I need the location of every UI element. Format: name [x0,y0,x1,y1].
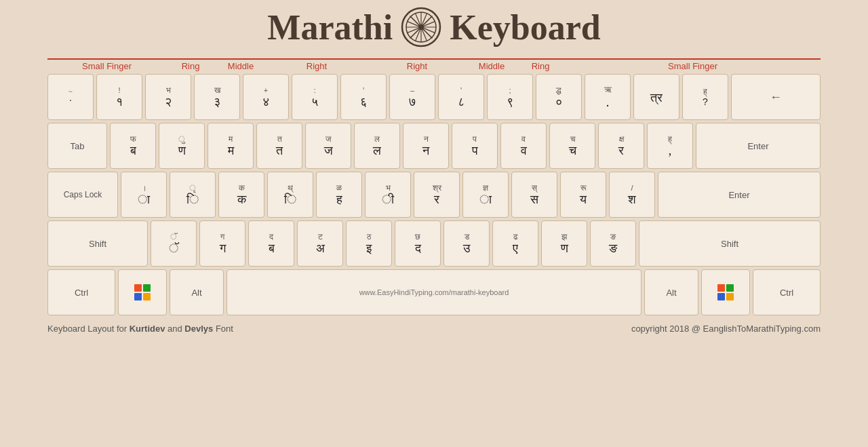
key-7[interactable]: – ७ [389,74,435,120]
ashoka-wheel-icon [401,7,441,47]
key-q[interactable]: फ ब [110,123,156,169]
key-z[interactable]: ॅ ॅ [151,220,197,267]
key-6[interactable]: ' ६ [340,74,387,120]
key-2[interactable]: भ २ [145,74,191,120]
row-shift: Shift ॅ ॅ ग ग द ब ट अ ठ इ छ [47,220,821,267]
key-u[interactable]: न न [403,123,449,169]
footer-right: copyright 2018 @ EanglishToMarathiTyping… [631,324,821,334]
key-s[interactable]: ृ ि [170,172,216,218]
title-marathi: Marathi [267,7,393,47]
key-ctrl-left[interactable]: Ctrl [47,269,115,315]
key-enter-r[interactable]: Enter [658,172,821,218]
key-8[interactable]: ' ८ [438,74,484,120]
key-l[interactable]: स् स [511,172,557,218]
key-o[interactable]: व व [500,123,547,169]
key-y[interactable]: ल ल [354,123,400,169]
key-e[interactable]: म म [208,123,254,169]
key-alt-left[interactable]: Alt [170,269,224,315]
key-g[interactable]: ळ ह [316,172,362,218]
row-tab: Tab फ ब ु ण म म त त ज ज ल [47,123,821,169]
key-bracket-open[interactable]: क्ष र [598,123,644,169]
finger-label-ring-r: Ring [516,58,565,71]
key-i[interactable]: प प [452,123,498,169]
key-1[interactable]: ! १ [96,74,142,120]
finger-label-right-r: Right [367,58,467,71]
footer: Keyboard Layout for Kurtidev and Devlys … [47,324,821,334]
key-equals[interactable]: त्र [633,74,679,120]
key-minus[interactable]: ऋ . [585,74,631,120]
key-slash[interactable]: ङ ङ [590,220,636,267]
key-period[interactable]: झ ण [541,220,587,267]
finger-label-small-finger-l: Small Finger [47,58,166,71]
windows-icon-right [717,284,734,300]
footer-font2: Devlys [184,324,213,334]
finger-label-right-l: Right [267,58,367,71]
title-area: Marathi Keyboard [267,7,600,47]
row-number: ~ · ! १ भ २ ख ३ + ४ : ५ [47,74,821,120]
key-d[interactable]: क क [218,172,264,218]
key-backspace[interactable]: ← [731,74,821,120]
key-k[interactable]: ज्ञ ा [462,172,509,218]
finger-label-middle-r: Middle [467,58,516,71]
key-m[interactable]: ड उ [443,220,490,267]
finger-labels: Small Finger Ring Middle Right Right Mid… [47,58,821,71]
key-9[interactable]: ; ९ [487,74,533,120]
key-p[interactable]: च च [549,123,595,169]
key-tab[interactable]: Tab [47,123,107,169]
key-win-right[interactable] [701,269,750,315]
footer-left: Keyboard Layout for Kurtidev and Devlys … [47,324,233,334]
key-5[interactable]: : ५ [292,74,338,120]
key-v[interactable]: ट अ [297,220,343,267]
key-0[interactable]: द्ध ० [536,74,582,120]
key-t[interactable]: ज ज [305,123,351,169]
keyboard: ~ · ! १ भ २ ख ३ + ४ : ५ [47,74,821,318]
key-x[interactable]: ग ग [199,220,245,267]
key-r[interactable]: त त [256,123,302,169]
key-backslash-top[interactable]: ह् ? [682,74,728,120]
key-enter[interactable]: Enter [696,123,821,169]
key-shift-right[interactable]: Shift [639,220,821,267]
key-c[interactable]: द ब [248,220,294,267]
key-bracket-close[interactable]: ह् , [647,123,693,169]
key-space[interactable]: www.EasyHindiTyping.com/marathi-keyboard [226,269,642,315]
row-bottom: Ctrl Alt www.EasyHindiTyping.com/marathi… [47,269,821,315]
key-caps-lock[interactable]: Caps Lock [47,172,118,218]
key-quote[interactable]: / श [609,172,655,218]
windows-icon-left [134,284,151,300]
key-ctrl-right[interactable]: Ctrl [753,269,821,315]
key-b[interactable]: ठ इ [346,220,392,267]
key-alt-right[interactable]: Alt [644,269,698,315]
key-h[interactable]: भ ी [365,172,411,218]
key-backtick[interactable]: ~ · [47,74,94,120]
row-caps: Caps Lock । ा ृ ि क क थ् ि ळ ह [47,172,821,218]
key-3[interactable]: ख ३ [194,74,240,120]
title-keyboard: Keyboard [450,7,600,47]
key-comma[interactable]: ढ ए [492,220,538,267]
key-w[interactable]: ु ण [159,123,205,169]
key-shift-left[interactable]: Shift [47,220,148,267]
key-semicolon[interactable]: रू य [560,172,606,218]
finger-label-ring-l: Ring [166,58,215,71]
key-win-left[interactable] [118,269,167,315]
finger-label-small-finger-r: Small Finger [565,58,821,71]
footer-font1: Kurtidev [130,324,165,334]
key-4[interactable]: + ४ [243,74,289,120]
key-j[interactable]: श्र र [414,172,460,218]
key-a[interactable]: । ा [121,172,167,218]
key-f[interactable]: थ् ि [267,172,313,218]
key-n[interactable]: छ द [395,220,441,267]
finger-label-middle-l: Middle [215,58,267,71]
